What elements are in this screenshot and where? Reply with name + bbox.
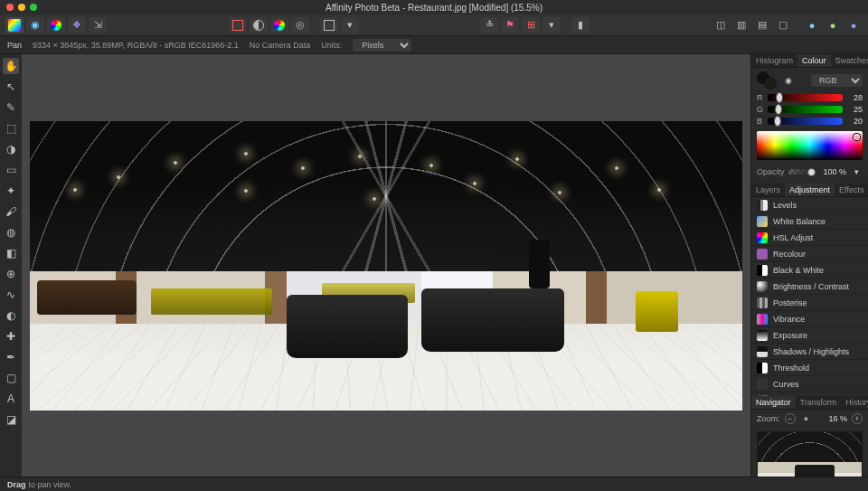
close-window-button[interactable] <box>6 4 14 11</box>
nav-tab-history[interactable]: History <box>841 396 868 409</box>
split-view-button[interactable]: ▥ <box>732 17 750 33</box>
secondary-colour-swatch[interactable] <box>764 77 777 90</box>
toggle-ui-button[interactable]: ▢ <box>774 17 792 33</box>
snap-toggle-button[interactable]: ⊞ <box>522 17 540 33</box>
canvas-content-speaker <box>529 240 551 288</box>
colour-swatch-pair[interactable] <box>757 71 777 90</box>
layers-panel-tabs: LayersAdjustmentEffectsStylesStock <box>751 184 868 197</box>
canvas-content-sofa <box>421 288 564 352</box>
swatches-toggle[interactable]: ◪ <box>3 411 19 428</box>
arrange-mode-button[interactable] <box>320 17 338 33</box>
eyedropper-icon[interactable]: ◉ <box>782 74 795 87</box>
adjustment-exposure[interactable]: Exposure <box>751 327 868 344</box>
dodge-tool[interactable]: ◐ <box>3 307 19 324</box>
adjustment-levels[interactable]: Levels <box>751 197 868 213</box>
photo-persona-button[interactable] <box>5 17 24 33</box>
channel-G-thumb[interactable] <box>775 104 782 115</box>
colour-tab-swatches[interactable]: Swatches <box>831 54 868 67</box>
assistant-button[interactable]: ▮ <box>571 17 590 33</box>
adjustment-hsl-adjust[interactable]: HSL Adjust <box>751 230 868 246</box>
opacity-slider-thumb[interactable] <box>807 168 816 176</box>
align-left-button[interactable]: ≛ <box>480 17 498 33</box>
erase-tool[interactable]: ◧ <box>3 245 19 261</box>
fill-tool[interactable]: ◍ <box>3 224 19 241</box>
quickmask-button[interactable]: ◫ <box>712 17 730 33</box>
wb-icon <box>757 216 768 227</box>
persona-group: ◉ ❖ ⇲ <box>5 17 107 33</box>
window-title: Affinity Photo Beta - Restaurant.jpg [Mo… <box>0 3 868 13</box>
export-persona-button[interactable]: ⇲ <box>89 17 107 33</box>
move-tool[interactable]: ↖ <box>3 79 19 95</box>
camera-info: No Camera Data <box>250 41 311 50</box>
pen-tool[interactable]: ✒ <box>3 349 19 365</box>
arrange-dropdown[interactable]: ▾ <box>341 17 359 33</box>
view-tool[interactable]: ✋ <box>3 58 19 74</box>
minimize-window-button[interactable] <box>18 4 25 11</box>
adjustment-brightness-contrast[interactable]: Brightness / Contrast <box>751 279 868 295</box>
tonemap-persona-button[interactable]: ❖ <box>68 17 86 33</box>
align-flag-button[interactable]: ⚑ <box>501 17 519 33</box>
adjustment-recolour[interactable]: Recolour <box>751 246 868 262</box>
studio-panels: HistogramColourSwatchesBrushes ◉ RGB R28… <box>750 54 868 477</box>
navigator-thumbnail[interactable] <box>757 431 863 477</box>
smudge-tool[interactable]: ∿ <box>3 287 19 303</box>
channel-G-slider[interactable] <box>768 106 843 113</box>
layers-tab-adjustment[interactable]: Adjustment <box>785 184 835 196</box>
spectrum-marker[interactable] <box>854 134 860 140</box>
nav-tab-transform[interactable]: Transform <box>796 396 842 409</box>
studio-channels-icon[interactable]: ● <box>803 17 821 33</box>
opacity-dropdown-icon[interactable]: ▾ <box>850 165 863 178</box>
adjustment-vibrance[interactable]: Vibrance <box>751 311 868 327</box>
colour-tab-colour[interactable]: Colour <box>797 54 831 67</box>
adjustment-label: Exposure <box>773 331 807 340</box>
zoom-slider-icon[interactable]: ● <box>800 412 813 425</box>
adjustment-shadows-highlights[interactable]: Shadows / Highlights <box>751 344 868 360</box>
channel-B-label: B <box>757 117 764 126</box>
auto-levels-button[interactable]: ◎ <box>291 17 309 33</box>
colour-mode-select[interactable]: RGB <box>811 74 863 87</box>
layers-tab-layers[interactable]: Layers <box>751 184 785 196</box>
marquee-tool[interactable]: ▭ <box>3 162 19 178</box>
flood-select[interactable]: ✦ <box>3 183 19 199</box>
studio-layers-icon[interactable]: ● <box>824 17 842 33</box>
channel-B-thumb[interactable] <box>774 116 781 127</box>
channel-R-thumb[interactable] <box>776 92 783 103</box>
healing-tool[interactable]: ✚ <box>3 328 19 345</box>
adjustment-threshold[interactable]: Threshold <box>751 360 868 376</box>
zoom-out-button[interactable]: − <box>785 413 796 424</box>
auto-colours-button[interactable] <box>270 17 288 33</box>
bc-icon <box>757 281 768 292</box>
canvas-viewport[interactable] <box>22 54 750 477</box>
zoom-in-button[interactable]: + <box>852 413 863 424</box>
text-tool[interactable]: A <box>3 391 19 407</box>
shape-tool[interactable]: ▢ <box>3 370 19 386</box>
opacity-label: Opacity <box>757 167 785 176</box>
selection-brush[interactable]: ◑ <box>3 141 19 157</box>
clone-tool[interactable]: ⊕ <box>3 266 19 282</box>
maximize-window-button[interactable] <box>30 4 37 11</box>
context-toolbar: Pan 9334 × 3845px, 35.89MP, RGBA/8 - sRG… <box>0 36 868 54</box>
auto-contrast-button[interactable] <box>250 17 268 33</box>
zoom-label: Zoom: <box>757 414 780 423</box>
liquify-persona-button[interactable]: ◉ <box>26 17 44 33</box>
adjustment-curves[interactable]: Curves <box>751 376 868 392</box>
studio-history-icon[interactable]: ● <box>844 17 863 33</box>
adjustment-black-white[interactable]: Black & White <box>751 262 868 279</box>
channel-R-slider[interactable] <box>768 94 843 101</box>
crop-tool[interactable]: ⬚ <box>3 120 19 137</box>
layers-tab-effects[interactable]: Effects <box>835 184 868 196</box>
document-canvas[interactable] <box>30 121 742 411</box>
mirror-button[interactable]: ▤ <box>753 17 771 33</box>
adjustment-white-balance[interactable]: White Balance <box>751 213 868 230</box>
nav-tab-navigator[interactable]: Navigator <box>751 396 796 409</box>
colour-spectrum-picker[interactable] <box>757 131 863 160</box>
develop-persona-button[interactable] <box>47 17 65 33</box>
channel-B-slider[interactable] <box>768 118 843 125</box>
force-pixel-button[interactable]: ▾ <box>542 17 561 33</box>
auto-select-button[interactable] <box>229 17 247 33</box>
colour-picker[interactable]: ✎ <box>3 99 19 116</box>
colour-tab-histogram[interactable]: Histogram <box>751 54 797 67</box>
units-select[interactable]: Pixels <box>353 39 411 52</box>
adjustment-posterise[interactable]: Posterise <box>751 295 868 311</box>
paint-brush[interactable]: 🖌 <box>3 203 19 220</box>
